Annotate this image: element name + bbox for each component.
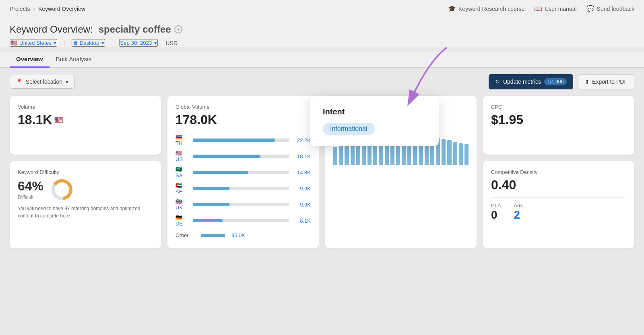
country-bar-de (193, 219, 289, 222)
other-value: 95.0K (231, 232, 245, 238)
country-bar-th (193, 139, 289, 142)
currency-label: USD (166, 40, 178, 46)
date-filter[interactable]: Sep 30, 2023 ▾ (119, 39, 157, 47)
send-feedback-link[interactable]: 💬 Send feedback (586, 5, 634, 12)
country-row-de: 🇩🇪 DE 8.1K (175, 213, 311, 229)
country-bar-us (193, 155, 289, 158)
flag-us-volume-icon: 🇺🇸 (54, 116, 63, 124)
keyword-research-course-link[interactable]: 🎓 Keyword Research course (448, 5, 524, 12)
volume-label: Volume (18, 104, 153, 110)
trend-bar-22 (459, 143, 463, 165)
action-bar: 📍 Select location ▾ ↻ Update metrics 1/1… (0, 68, 644, 96)
trend-bar-1 (339, 143, 343, 165)
book-icon: 📖 (534, 5, 542, 12)
kd-difficulty-label: Difficult (18, 194, 43, 200)
intent-popup: Intent Informational (310, 96, 439, 146)
country-row-sa: 🇸🇦 SA 14.8K (175, 164, 311, 180)
pla-value: 0 (491, 209, 501, 221)
country-row-uk: 🇬🇧 UK 9.9K (175, 196, 311, 213)
country-bar-sa (193, 171, 289, 174)
country-row-us: 🇺🇸 US 18.1K (175, 148, 311, 164)
kd-donut-chart (50, 178, 74, 202)
cd-value: 0.40 (491, 178, 626, 192)
country-flag-sa: 🇸🇦 SA (175, 166, 190, 178)
select-location-button[interactable]: 📍 Select location ▾ (10, 75, 74, 89)
trend-bar-19 (442, 139, 446, 165)
nav-links: 🎓 Keyword Research course 📖 User manual … (448, 5, 634, 12)
page-title: Keyword Overview: specialty coffee + (10, 24, 634, 35)
graduation-icon: 🎓 (448, 5, 456, 12)
update-metrics-button[interactable]: ↻ Update metrics 1/1,000 (489, 74, 573, 89)
breadcrumb: Projects › Keyword Overview (10, 6, 85, 12)
global-volume-label: Global Volume (175, 104, 311, 110)
other-bar (201, 234, 225, 237)
country-row-th: 🇹🇭 TH 22.2K (175, 132, 311, 148)
trend-bar-20 (447, 140, 451, 165)
kd-card: Keyword Difficulty 64% Difficult You wil… (10, 161, 161, 249)
tab-overview[interactable]: Overview (10, 52, 50, 68)
country-row-ae: 🇦🇪 AE 9.9K (175, 180, 311, 196)
country-value-uk: 9.9K (293, 202, 311, 208)
volume-value: 18.1K (18, 112, 52, 127)
top-nav: Projects › Keyword Overview 🎓 Keyword Re… (0, 0, 644, 17)
title-prefix: Keyword Overview: (10, 24, 93, 35)
kd-value-row: 64% Difficult (18, 178, 153, 202)
country-value-sa: 14.8K (293, 170, 311, 176)
chevron-down-icon: ▾ (54, 40, 56, 46)
cpc-label: CPC (491, 104, 626, 110)
ads-label: Ads (514, 203, 523, 209)
chevron-down-icon-date: ▾ (154, 40, 157, 46)
country-value-ae: 9.9K (293, 186, 311, 192)
ads-value: 2 (514, 209, 523, 221)
intent-badge: Informational (323, 123, 375, 135)
kd-value: 64% (18, 179, 43, 194)
competitive-density-card: Competitive Density 0.40 PLA 0 Ads 2 (483, 161, 634, 249)
add-to-list-icon[interactable]: + (174, 25, 182, 33)
country-value-us: 18.1K (293, 153, 311, 159)
keyword-text: specialty coffee (99, 24, 171, 35)
ads-item: Ads 2 (514, 203, 523, 221)
export-icon: ⬆ (585, 79, 590, 85)
country-flag-de: 🇩🇪 DE (175, 215, 190, 227)
global-volume-card: Global Volume 178.0K 🇹🇭 TH 22.2K 🇺🇸 US 1… (167, 96, 319, 248)
volume-header: 18.1K 🇺🇸 (18, 112, 153, 127)
cpc-card: CPC $1.95 (483, 96, 634, 155)
cpc-value: $1.95 (491, 112, 626, 127)
location-pin-icon: 📍 (16, 79, 23, 85)
trend-bar-23 (464, 144, 469, 165)
breadcrumb-separator: › (33, 6, 35, 12)
update-badge: 1/1,000 (544, 78, 567, 85)
global-volume-value: 178.0K (175, 112, 311, 127)
page-filters: 🇺🇸 United States ▾ | 🖥 Desktop ▾ | Sep 3… (10, 39, 634, 47)
intent-title: Intent (323, 107, 426, 116)
cd-label: Competitive Density (491, 169, 626, 175)
volume-card: Volume 18.1K 🇺🇸 (10, 96, 161, 155)
country-flag-th: 🇹🇭 TH (175, 134, 190, 146)
trend-bar-21 (453, 142, 457, 165)
kd-description: You will need to have 97 referring domai… (18, 205, 153, 219)
chevron-down-icon-location: ▾ (66, 79, 68, 85)
country-flag-uk: 🇬🇧 UK (175, 199, 190, 211)
breadcrumb-current: Keyword Overview (38, 6, 85, 12)
chat-icon: 💬 (586, 5, 594, 12)
pla-label: PLA (491, 203, 501, 209)
page-header: Keyword Overview: specialty coffee + 🇺🇸 … (0, 17, 644, 47)
country-value-de: 8.1K (293, 218, 311, 224)
other-label: Other (175, 232, 198, 238)
refresh-icon: ↻ (495, 79, 500, 85)
country-flag-ae: 🇦🇪 AE (175, 182, 190, 194)
country-bar-uk (193, 203, 289, 206)
country-list: 🇹🇭 TH 22.2K 🇺🇸 US 18.1K 🇸🇦 SA 14.8K (175, 132, 311, 229)
tab-bulk-analysis[interactable]: Bulk Analysis (50, 52, 98, 68)
flag-us-icon: 🇺🇸 (10, 40, 17, 46)
breadcrumb-projects[interactable]: Projects (10, 6, 30, 12)
device-filter[interactable]: 🖥 Desktop ▾ (72, 39, 105, 47)
country-filter[interactable]: 🇺🇸 United States ▾ (10, 39, 57, 47)
user-manual-link[interactable]: 📖 User manual (534, 5, 576, 12)
country-bar-ae (193, 187, 289, 190)
action-right: ↻ Update metrics 1/1,000 ⬆ Export to PDF (489, 74, 634, 89)
chevron-down-icon-device: ▾ (101, 40, 104, 46)
country-flag-us: 🇺🇸 US (175, 150, 190, 162)
export-pdf-button[interactable]: ⬆ Export to PDF (578, 74, 634, 89)
kd-label: Keyword Difficulty (18, 169, 153, 175)
